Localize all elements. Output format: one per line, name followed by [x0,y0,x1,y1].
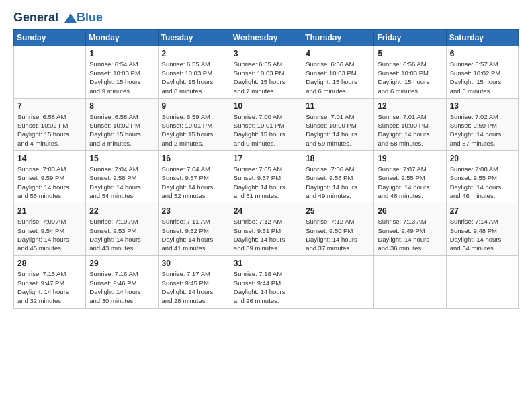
day-cell-11: 11Sunrise: 7:01 AM Sunset: 10:00 PM Dayl… [302,98,374,150]
day-info: Sunrise: 7:06 AM Sunset: 9:56 PM Dayligh… [306,165,370,200]
calendar: SundayMondayTuesdayWednesdayThursdayFrid… [13,29,519,309]
day-info: Sunrise: 7:13 AM Sunset: 9:49 PM Dayligh… [378,217,442,253]
day-cell-22: 22Sunrise: 7:10 AM Sunset: 9:53 PM Dayli… [86,203,158,256]
day-info: Sunrise: 6:54 AM Sunset: 10:03 PM Daylig… [89,60,154,95]
day-info: Sunrise: 6:55 AM Sunset: 10:03 PM Daylig… [162,60,226,95]
day-cell-17: 17Sunrise: 7:05 AM Sunset: 9:57 PM Dayli… [230,151,302,203]
logo-blue: Blue [77,11,103,25]
day-cell-2: 2Sunrise: 6:55 AM Sunset: 10:03 PM Dayli… [158,46,230,98]
logo-icon [63,12,78,24]
day-info: Sunrise: 7:16 AM Sunset: 9:46 PM Dayligh… [89,269,154,305]
day-cell-5: 5Sunrise: 6:56 AM Sunset: 10:03 PM Dayli… [374,46,446,98]
day-number: 16 [162,154,226,163]
empty-cell [446,256,518,308]
day-info: Sunrise: 6:56 AM Sunset: 10:03 PM Daylig… [306,60,370,95]
weekday-header-monday: Monday [86,29,158,46]
day-number: 19 [378,154,442,163]
day-number: 22 [89,206,154,216]
day-info: Sunrise: 6:57 AM Sunset: 10:02 PM Daylig… [450,60,515,95]
day-info: Sunrise: 7:09 AM Sunset: 9:54 PM Dayligh… [17,217,82,253]
day-number: 6 [450,49,515,58]
day-number: 11 [306,101,370,111]
page: General Blue SundayMondayTuesdayWednesda… [0,0,532,322]
day-info: Sunrise: 7:12 AM Sunset: 9:50 PM Dayligh… [306,217,370,253]
day-number: 7 [17,101,82,111]
day-number: 5 [378,49,442,58]
day-cell-16: 16Sunrise: 7:04 AM Sunset: 9:57 PM Dayli… [158,151,230,203]
day-info: Sunrise: 7:14 AM Sunset: 9:48 PM Dayligh… [450,217,515,253]
logo-text: General [13,11,78,25]
day-cell-20: 20Sunrise: 7:08 AM Sunset: 9:55 PM Dayli… [446,151,518,203]
day-cell-25: 25Sunrise: 7:12 AM Sunset: 9:50 PM Dayli… [302,203,374,256]
logo: General Blue [13,11,103,25]
day-number: 8 [89,101,154,111]
day-info: Sunrise: 7:08 AM Sunset: 9:55 PM Dayligh… [450,165,515,200]
week-row-1: 1Sunrise: 6:54 AM Sunset: 10:03 PM Dayli… [14,46,519,98]
weekday-header-thursday: Thursday [302,29,374,46]
day-info: Sunrise: 7:18 AM Sunset: 9:44 PM Dayligh… [234,269,298,305]
day-number: 25 [306,206,370,216]
day-info: Sunrise: 7:05 AM Sunset: 9:57 PM Dayligh… [234,165,298,200]
day-info: Sunrise: 6:58 AM Sunset: 10:02 PM Daylig… [17,112,82,148]
weekday-header-saturday: Saturday [446,29,518,46]
day-cell-29: 29Sunrise: 7:16 AM Sunset: 9:46 PM Dayli… [86,256,158,308]
weekday-header-tuesday: Tuesday [158,29,230,46]
day-number: 21 [17,206,82,216]
day-cell-19: 19Sunrise: 7:07 AM Sunset: 9:55 PM Dayli… [374,151,446,203]
day-number: 31 [234,259,298,268]
day-cell-6: 6Sunrise: 6:57 AM Sunset: 10:02 PM Dayli… [446,46,518,98]
header: General Blue [13,11,519,25]
weekday-header-wednesday: Wednesday [230,29,302,46]
day-cell-15: 15Sunrise: 7:04 AM Sunset: 9:58 PM Dayli… [86,151,158,203]
week-row-4: 21Sunrise: 7:09 AM Sunset: 9:54 PM Dayli… [14,203,519,256]
day-number: 28 [17,259,82,268]
day-info: Sunrise: 6:58 AM Sunset: 10:02 PM Daylig… [89,112,154,148]
weekday-header-sunday: Sunday [14,29,86,46]
day-number: 15 [89,154,154,163]
day-number: 29 [89,259,154,268]
day-number: 12 [378,101,442,111]
day-cell-28: 28Sunrise: 7:15 AM Sunset: 9:47 PM Dayli… [14,256,86,308]
day-number: 9 [162,101,226,111]
day-info: Sunrise: 7:00 AM Sunset: 10:01 PM Daylig… [234,112,298,148]
day-number: 20 [450,154,515,163]
day-number: 26 [378,206,442,216]
empty-cell [374,256,446,308]
day-number: 14 [17,154,82,163]
day-info: Sunrise: 7:03 AM Sunset: 9:59 PM Dayligh… [17,165,82,200]
day-number: 1 [89,49,154,58]
empty-cell [302,256,374,308]
day-cell-3: 3Sunrise: 6:55 AM Sunset: 10:03 PM Dayli… [230,46,302,98]
day-info: Sunrise: 7:01 AM Sunset: 10:00 PM Daylig… [306,112,370,148]
week-row-2: 7Sunrise: 6:58 AM Sunset: 10:02 PM Dayli… [14,98,519,150]
day-cell-31: 31Sunrise: 7:18 AM Sunset: 9:44 PM Dayli… [230,256,302,308]
day-cell-13: 13Sunrise: 7:02 AM Sunset: 9:59 PM Dayli… [446,98,518,150]
day-number: 24 [234,206,298,216]
day-cell-26: 26Sunrise: 7:13 AM Sunset: 9:49 PM Dayli… [374,203,446,256]
day-info: Sunrise: 7:02 AM Sunset: 9:59 PM Dayligh… [450,112,515,148]
day-info: Sunrise: 7:01 AM Sunset: 10:00 PM Daylig… [378,112,442,148]
day-info: Sunrise: 7:07 AM Sunset: 9:55 PM Dayligh… [378,165,442,200]
day-info: Sunrise: 7:15 AM Sunset: 9:47 PM Dayligh… [17,269,82,305]
day-cell-30: 30Sunrise: 7:17 AM Sunset: 9:45 PM Dayli… [158,256,230,308]
day-number: 18 [306,154,370,163]
day-cell-1: 1Sunrise: 6:54 AM Sunset: 10:03 PM Dayli… [86,46,158,98]
day-number: 13 [450,101,515,111]
week-row-5: 28Sunrise: 7:15 AM Sunset: 9:47 PM Dayli… [14,256,519,308]
day-number: 30 [162,259,226,268]
day-info: Sunrise: 6:59 AM Sunset: 10:01 PM Daylig… [162,112,226,148]
day-cell-23: 23Sunrise: 7:11 AM Sunset: 9:52 PM Dayli… [158,203,230,256]
day-number: 23 [162,206,226,216]
day-cell-21: 21Sunrise: 7:09 AM Sunset: 9:54 PM Dayli… [14,203,86,256]
day-number: 3 [234,49,298,58]
day-info: Sunrise: 7:10 AM Sunset: 9:53 PM Dayligh… [89,217,154,253]
day-number: 10 [234,101,298,111]
weekday-header-row: SundayMondayTuesdayWednesdayThursdayFrid… [14,29,519,46]
day-info: Sunrise: 7:17 AM Sunset: 9:45 PM Dayligh… [162,269,226,305]
day-info: Sunrise: 7:04 AM Sunset: 9:58 PM Dayligh… [89,165,154,200]
day-info: Sunrise: 6:56 AM Sunset: 10:03 PM Daylig… [378,60,442,95]
svg-marker-0 [64,13,77,23]
day-cell-9: 9Sunrise: 6:59 AM Sunset: 10:01 PM Dayli… [158,98,230,150]
week-row-3: 14Sunrise: 7:03 AM Sunset: 9:59 PM Dayli… [14,151,519,203]
day-cell-10: 10Sunrise: 7:00 AM Sunset: 10:01 PM Dayl… [230,98,302,150]
